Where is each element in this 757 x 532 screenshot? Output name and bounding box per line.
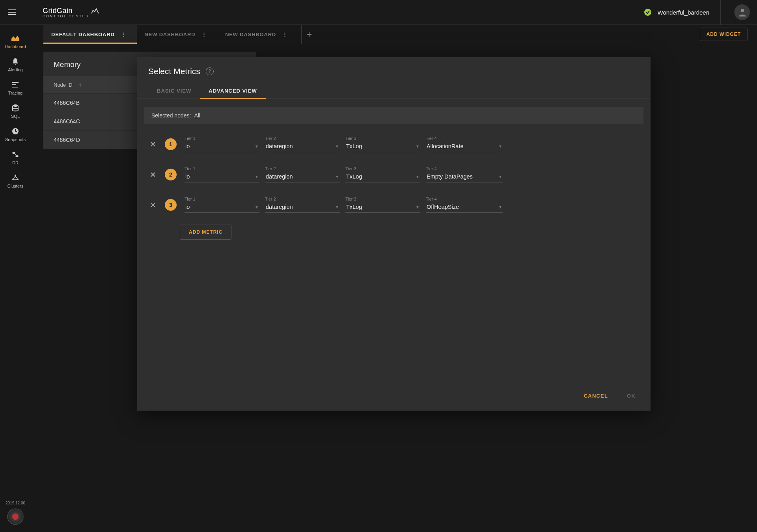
tier-value: dataregion xyxy=(266,204,293,210)
tier2-select[interactable]: dataregion ▼ xyxy=(265,202,340,213)
sidebar: Dashboard Alerting Tracing SQL Snapshots xyxy=(0,25,31,532)
sidebar-item-clusters[interactable]: Clusters xyxy=(2,169,29,192)
chevron-down-icon: ▼ xyxy=(255,175,259,179)
metric-row: 3 Tier 1 io ▼ Tier 2 dataregion ▼ Tier 3… xyxy=(144,192,643,222)
tier-label: Tier 3 xyxy=(345,166,420,171)
tab-label: NEW DASHBOARD xyxy=(225,32,276,37)
tier4-select[interactable]: Empty DataPages ▼ xyxy=(426,172,503,182)
svg-point-9 xyxy=(12,179,14,180)
sidebar-item-label: DR xyxy=(12,160,19,165)
tier-value: io xyxy=(185,173,190,180)
tab-label: DEFAULT DASHBOARD xyxy=(51,32,115,37)
bell-icon xyxy=(11,57,20,66)
tab-default-dashboard[interactable]: DEFAULT DASHBOARD ⋮ xyxy=(43,25,137,44)
add-widget-button[interactable]: ADD WIDGET xyxy=(700,28,748,41)
chevron-down-icon: ▼ xyxy=(416,205,420,209)
tier-label: Tier 4 xyxy=(426,136,503,141)
app-header: GridGain CONTROL CENTER Wonderful_bardee… xyxy=(0,0,757,25)
sidebar-item-dr[interactable]: DR xyxy=(2,146,29,169)
version-label: 2019.12.00 xyxy=(6,501,25,505)
sort-ascending-icon: ↑ xyxy=(79,82,82,88)
tier1-select[interactable]: io ▼ xyxy=(185,172,259,182)
sidebar-item-label: Clusters xyxy=(7,184,23,188)
tier2-select[interactable]: dataregion ▼ xyxy=(265,141,340,152)
bars-icon xyxy=(11,80,20,89)
tier-label: Tier 4 xyxy=(426,197,503,201)
user-avatar-button[interactable] xyxy=(734,4,750,20)
tier-label: Tier 1 xyxy=(185,166,259,171)
database-icon xyxy=(11,103,20,113)
tab-menu-button[interactable]: ⋮ xyxy=(119,32,129,37)
tier-label: Tier 3 xyxy=(345,136,420,141)
tier-label: Tier 2 xyxy=(265,166,340,171)
tier3-select[interactable]: TxLog ▼ xyxy=(345,141,420,152)
add-metric-button[interactable]: ADD METRIC xyxy=(180,225,231,240)
sidebar-item-dashboard[interactable]: Dashboard xyxy=(2,30,29,53)
username-label: Wonderful_bardeen xyxy=(658,9,709,16)
tier-value: dataregion xyxy=(266,143,293,149)
app-logo: GridGain CONTROL CENTER xyxy=(43,7,99,18)
chevron-down-icon: ▼ xyxy=(335,205,339,209)
svg-rect-2 xyxy=(12,84,16,85)
remove-metric-button[interactable] xyxy=(148,200,158,210)
clock-icon xyxy=(11,126,20,136)
tier3-select[interactable]: TxLog ▼ xyxy=(345,172,420,182)
sidebar-item-tracing[interactable]: Tracing xyxy=(2,76,29,99)
tier2-select[interactable]: dataregion ▼ xyxy=(265,172,340,182)
tier1-select[interactable]: io ▼ xyxy=(185,202,259,213)
tab-new-dashboard-2[interactable]: NEW DASHBOARD ⋮ xyxy=(217,25,298,44)
tier-value: TxLog xyxy=(346,143,362,149)
chevron-down-icon: ▼ xyxy=(255,144,259,149)
metric-number-badge: 2 xyxy=(165,169,177,180)
chevron-down-icon: ▼ xyxy=(416,175,420,179)
sidebar-item-label: Tracing xyxy=(8,91,22,95)
powered-by-badge xyxy=(7,508,24,525)
ok-button[interactable]: OK xyxy=(623,390,640,402)
add-tab-button[interactable] xyxy=(301,25,317,44)
tier4-select[interactable]: OffHeapSize ▼ xyxy=(426,202,503,213)
selected-nodes-link[interactable]: All xyxy=(194,112,200,119)
sidebar-item-snapshots[interactable]: Snapshots xyxy=(2,123,29,146)
metric-number-badge: 3 xyxy=(165,199,177,211)
modal-overlay: Select Metrics ? BASIC VIEW ADVANCED VIE… xyxy=(31,44,757,532)
svg-point-6 xyxy=(12,152,15,154)
tier-value: TxLog xyxy=(346,204,362,210)
remove-metric-button[interactable] xyxy=(148,170,158,179)
chevron-down-icon: ▼ xyxy=(335,175,339,179)
main-area: DEFAULT DASHBOARD ⋮ NEW DASHBOARD ⋮ NEW … xyxy=(31,25,757,532)
help-icon[interactable]: ? xyxy=(206,67,214,75)
tier-label: Tier 2 xyxy=(265,197,340,201)
tier-label: Tier 4 xyxy=(426,166,503,171)
tier3-select[interactable]: TxLog ▼ xyxy=(345,202,420,213)
tab-menu-button[interactable]: ⋮ xyxy=(199,32,209,37)
tab-menu-button[interactable]: ⋮ xyxy=(280,32,290,37)
tier-label: Tier 1 xyxy=(185,197,259,201)
column-label: Node ID xyxy=(54,82,73,88)
cancel-button[interactable]: CANCEL xyxy=(580,390,612,402)
chevron-down-icon: ▼ xyxy=(498,205,502,209)
tab-advanced-view[interactable]: ADVANCED VIEW xyxy=(200,83,266,99)
chevron-down-icon: ▼ xyxy=(255,205,259,209)
logo-text: GridGain xyxy=(43,7,73,15)
chevron-down-icon: ▼ xyxy=(335,144,339,149)
chart-area-icon xyxy=(11,33,20,43)
tab-basic-view[interactable]: BASIC VIEW xyxy=(148,83,200,99)
metric-number-badge: 1 xyxy=(165,138,177,150)
svg-point-0 xyxy=(740,9,744,12)
tier4-select[interactable]: AllocationRate ▼ xyxy=(426,141,503,152)
hamburger-menu-button[interactable] xyxy=(5,5,19,19)
sidebar-item-alerting[interactable]: Alerting xyxy=(2,53,29,76)
modal-title: Select Metrics xyxy=(148,67,200,76)
svg-rect-3 xyxy=(12,87,18,87)
sidebar-item-sql[interactable]: SQL xyxy=(2,99,29,123)
tier1-select[interactable]: io ▼ xyxy=(185,141,259,152)
tier-label: Tier 2 xyxy=(265,136,340,141)
tier-value: io xyxy=(185,204,190,210)
tab-new-dashboard-1[interactable]: NEW DASHBOARD ⋮ xyxy=(137,25,218,44)
dashboard-tabbar: DEFAULT DASHBOARD ⋮ NEW DASHBOARD ⋮ NEW … xyxy=(31,25,757,44)
svg-point-4 xyxy=(13,104,18,107)
remove-metric-button[interactable] xyxy=(148,140,158,149)
chevron-down-icon: ▼ xyxy=(498,175,502,179)
metric-row: 2 Tier 1 io ▼ Tier 2 dataregion ▼ Tier 3… xyxy=(144,162,643,192)
hamburger-icon xyxy=(8,12,16,13)
